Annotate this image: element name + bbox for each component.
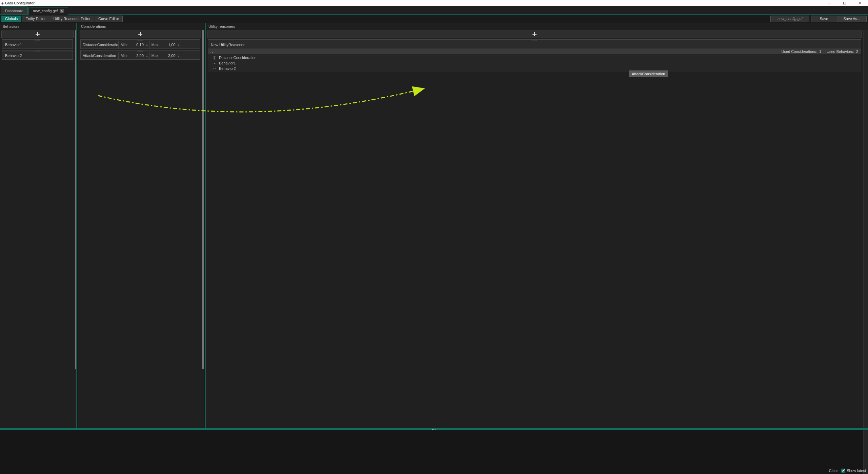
show-latest-toggle[interactable]: Show latest [841, 469, 866, 473]
add-behavior-button[interactable] [1, 31, 74, 38]
behaviors-header: Behaviors [0, 23, 76, 30]
log-content [0, 430, 863, 474]
min-spinner[interactable]: ▲▼ [145, 53, 149, 58]
reasoner-child[interactable]: Behavior1 [208, 60, 861, 66]
reasoner-child-label: Behavior2 [219, 66, 236, 71]
behavior-name: Behavior1 [2, 41, 73, 48]
close-button[interactable] [852, 0, 867, 6]
min-spinner[interactable]: ▲▼ [145, 42, 149, 47]
max-group: Max: ▲▼ [149, 52, 181, 59]
svg-line-18 [213, 58, 213, 59]
curve-editor-button[interactable]: Curve Editor [95, 16, 123, 22]
tab-file[interactable]: new_config.gcf X [28, 7, 68, 15]
add-consideration-button[interactable] [80, 31, 201, 38]
behavior-item[interactable]: ≡≡≡ Behavior1 [2, 39, 73, 49]
spinner-down-icon[interactable]: ▼ [146, 56, 148, 58]
maximize-button[interactable] [837, 0, 852, 6]
drag-tooltip: AttackConsideration [629, 71, 668, 77]
current-filename: new_config.gcf [770, 16, 809, 22]
reasoner-card: ≡≡≡ New UtilityReasoner ⌄ Used Considera… [208, 39, 861, 72]
reasoners-column: Utility reasoners ≡≡≡ New UtilityReasone… [206, 23, 868, 428]
spinner-down-icon[interactable]: ▼ [146, 45, 148, 47]
tab-dashboard[interactable]: Dashboard [1, 6, 28, 14]
wave-icon [212, 61, 216, 65]
show-latest-label: Show latest [847, 469, 866, 473]
max-group: Max: ▲▼ [149, 41, 181, 48]
entity-editor-button[interactable]: Entity Editor [22, 16, 49, 22]
consideration-name: AttackConsideration [81, 52, 119, 59]
max-spinner[interactable]: ▲▼ [177, 53, 181, 58]
min-input[interactable] [130, 42, 145, 48]
minimize-button[interactable] [822, 0, 837, 6]
reasoners-scrollbar[interactable] [863, 30, 868, 428]
reasoner-summary[interactable]: ⌄ Used Considerations: 1 Used Behaviors:… [208, 48, 861, 54]
behaviors-body: ≡≡≡ Behavior1 ≡≡≡ Behavior2 [0, 30, 76, 428]
reasoner-children: DistanceConsideration Behavior1 [208, 54, 861, 72]
reasoners-body: ≡≡≡ New UtilityReasoner ⌄ Used Considera… [206, 30, 863, 428]
used-behaviors-label: Used Behaviors: 2 [827, 50, 858, 54]
log-panel: Clear Show latest [0, 430, 868, 474]
svg-line-17 [215, 56, 215, 57]
file-tabstrip: Dashboard new_config.gcf X [0, 6, 868, 15]
main-area: Behaviors ≡≡≡ Behavior1 ≡≡≡ Behavior2 [0, 23, 868, 474]
consideration-name: DistanceConsideratio [81, 41, 119, 48]
tab-close-icon[interactable]: X [60, 9, 64, 13]
considerations-column: Considerations ≡≡≡ DistanceConsideratio [78, 23, 204, 428]
used-considerations-label: Used Considerations: 1 [782, 50, 821, 54]
columns: Behaviors ≡≡≡ Behavior1 ≡≡≡ Behavior2 [0, 23, 868, 428]
titlebar: ◈ Grail Configurator [0, 0, 868, 6]
min-label: Min: [119, 43, 130, 47]
add-reasoner-button[interactable] [207, 31, 862, 38]
max-input[interactable] [162, 42, 177, 48]
reasoner-child[interactable]: Behavior2 [208, 66, 861, 71]
log-footer: Clear Show latest [829, 469, 866, 473]
min-group: Min: ▲▼ [119, 52, 149, 59]
save-button[interactable]: Save [811, 16, 836, 22]
consideration-item[interactable]: ≡≡≡ DistanceConsideratio Min: ▲▼ Max: [80, 39, 200, 49]
utility-reasoner-editor-button[interactable]: Utility Reasoner Editor [50, 16, 94, 22]
max-label: Max: [149, 43, 162, 47]
reasoner-child-label: Behavior1 [219, 61, 236, 65]
show-latest-checkbox[interactable] [841, 469, 845, 473]
spinner-down-icon[interactable]: ▼ [178, 45, 180, 47]
editor-toolbar: Globals Entity Editor Utility Reasoner E… [0, 15, 868, 23]
chevron-down-icon[interactable]: ⌄ [211, 49, 214, 54]
min-group: Min: ▲▼ [119, 41, 149, 48]
tab-file-label: new_config.gcf [33, 9, 58, 13]
app-icon: ◈ [1, 1, 4, 5]
globals-button[interactable]: Globals [1, 16, 21, 22]
behavior-item[interactable]: ≡≡≡ Behavior2 [2, 50, 73, 60]
behaviors-column: Behaviors ≡≡≡ Behavior1 ≡≡≡ Behavior2 [0, 23, 76, 428]
considerations-header: Considerations [78, 23, 204, 30]
considerations-body: ≡≡≡ DistanceConsideratio Min: ▲▼ Max: [78, 30, 204, 428]
clear-log-button[interactable]: Clear [829, 469, 838, 473]
app-title: Grail Configurator [5, 1, 35, 5]
save-as-button[interactable]: Save As... [837, 16, 867, 22]
max-input[interactable] [162, 53, 177, 59]
svg-line-15 [213, 56, 213, 57]
wave-icon [212, 66, 216, 71]
reasoner-child-label: DistanceConsideration [219, 56, 257, 60]
svg-point-10 [214, 57, 215, 58]
max-label: Max: [149, 54, 162, 58]
log-scrollbar[interactable] [863, 430, 868, 474]
reasoner-name[interactable]: New UtilityReasoner [208, 41, 861, 48]
gear-icon [212, 56, 216, 60]
consideration-item[interactable]: ≡≡≡ AttackConsideration Min: ▲▼ Max: [80, 50, 200, 60]
behavior-name: Behavior2 [2, 52, 73, 59]
spinner-down-icon[interactable]: ▼ [178, 56, 180, 58]
reasoner-child[interactable]: DistanceConsideration [208, 55, 861, 60]
min-label: Min: [119, 54, 130, 58]
svg-rect-1 [843, 2, 846, 4]
max-spinner[interactable]: ▲▼ [177, 42, 181, 47]
reasoners-header: Utility reasoners [206, 23, 868, 30]
min-input[interactable] [130, 53, 145, 59]
tab-dashboard-label: Dashboard [5, 9, 23, 13]
svg-line-16 [215, 58, 215, 59]
